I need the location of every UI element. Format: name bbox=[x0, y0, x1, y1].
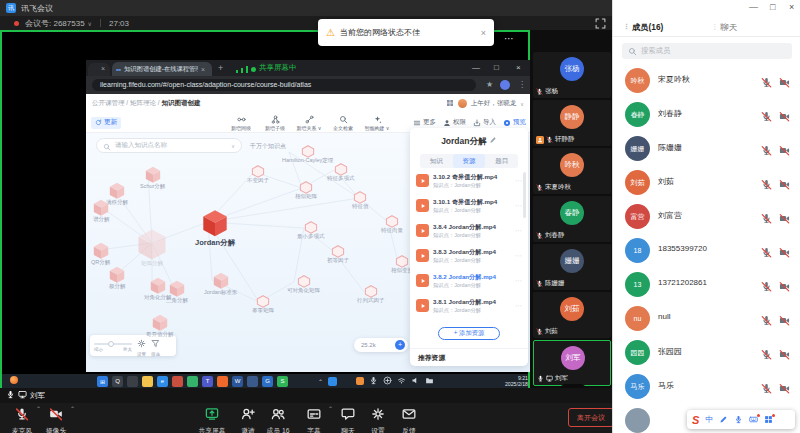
toolbar-people-button[interactable]: 成员 16 bbox=[258, 407, 298, 433]
mic-muted-icon[interactable] bbox=[761, 74, 772, 92]
toolbar-mail-button[interactable]: 反馈 bbox=[389, 407, 429, 433]
more-options-icon[interactable]: ⋯ bbox=[504, 33, 514, 44]
taskbar-icon-explorer[interactable] bbox=[142, 376, 153, 387]
taskbar-icon-teams[interactable]: T bbox=[202, 376, 213, 387]
graph-node[interactable]: 最小多项式 bbox=[297, 221, 325, 240]
camera-muted-icon[interactable] bbox=[779, 210, 790, 228]
video-tile-宋夏吟秋[interactable]: 吟秋宋夏吟秋 bbox=[533, 148, 611, 194]
camera-muted-icon[interactable] bbox=[779, 346, 790, 364]
graph-node[interactable]: 不变因子 bbox=[247, 165, 269, 184]
video-resource-item[interactable]: 3.8.4 Jordan分解.mp4知识点：Jordan分解⋯ bbox=[416, 218, 522, 243]
browser-profile-avatar[interactable] bbox=[500, 80, 510, 90]
graph-node[interactable]: 相似矩阵 bbox=[295, 181, 317, 200]
tray-expand-icon[interactable]: ⌃ bbox=[318, 378, 323, 385]
taskbar-clock[interactable]: 9:21 2025/2/18 bbox=[500, 375, 528, 387]
toolbar-child-button[interactable]: 新增子级 bbox=[262, 115, 288, 131]
toolbar-magic-button[interactable]: 智能构建 ∨ bbox=[364, 115, 390, 131]
mic-muted-icon[interactable] bbox=[761, 278, 772, 296]
mic-muted-icon[interactable] bbox=[761, 380, 772, 398]
video-tile-张杨[interactable]: 张杨张杨 bbox=[533, 52, 611, 98]
taskbar-icon-app-red[interactable] bbox=[172, 376, 183, 387]
video-tile-刘军[interactable]: 刘军刘军 bbox=[533, 340, 611, 386]
zoom-slider[interactable]: 缩小放大 bbox=[94, 340, 132, 352]
knowledge-search-box[interactable]: 请输入知识点名称 ∨ bbox=[96, 138, 242, 153]
tab-chat[interactable]: ⋮ 聊天 bbox=[711, 22, 737, 33]
taskbar-icon-widgets[interactable] bbox=[127, 376, 138, 387]
recommended-resources-footer[interactable]: 推荐资源 bbox=[410, 348, 528, 366]
item-more-icon[interactable]: ⋯ bbox=[515, 252, 522, 260]
taskbar-icon-firefox[interactable] bbox=[217, 376, 228, 387]
new-tab-button[interactable]: + bbox=[218, 63, 223, 73]
browser-menu-icon[interactable]: ⋮ bbox=[518, 80, 526, 89]
resource-tab-资源[interactable]: 资源 bbox=[453, 154, 486, 168]
member-row[interactable]: 1818355399720 bbox=[613, 234, 800, 268]
mic-muted-icon[interactable] bbox=[761, 210, 772, 228]
graph-node[interactable]: 行列式因子 bbox=[357, 285, 385, 304]
maximize-button[interactable]: □ bbox=[770, 2, 775, 12]
graph-node[interactable]: 幂零矩阵 bbox=[252, 295, 274, 314]
chevron-down-icon[interactable]: ∨ bbox=[88, 20, 92, 27]
graph-node[interactable]: 特征向量 bbox=[381, 215, 403, 234]
member-search-input[interactable]: 搜索成员 bbox=[622, 43, 792, 59]
meeting-number[interactable]: 会议号: 2687535 bbox=[25, 18, 85, 29]
tray-mic-icon[interactable] bbox=[369, 376, 378, 386]
close-button[interactable]: × bbox=[789, 2, 794, 12]
item-more-icon[interactable]: ⋯ bbox=[515, 202, 522, 210]
video-resource-item[interactable]: 3.8.1 Jordan分解.mp4知识点：Jordan分解⋯ bbox=[416, 293, 522, 318]
graph-node[interactable]: 特征值 bbox=[352, 191, 369, 210]
user-avatar[interactable] bbox=[458, 99, 467, 108]
refresh-button[interactable]: 更新 bbox=[91, 117, 121, 129]
taskbar-icon-meeting-app[interactable] bbox=[187, 376, 198, 387]
url-field[interactable]: ilearning.fifedu.com/#/open-class/adapti… bbox=[92, 79, 476, 91]
graph-node[interactable]: 三角分解 bbox=[166, 280, 188, 304]
tray-wifi-icon[interactable] bbox=[397, 376, 406, 386]
video-tile-轩静静[interactable]: 静静轩静静 bbox=[533, 100, 611, 146]
graph-node[interactable]: 特征多项式 bbox=[327, 163, 355, 182]
graph-node[interactable]: Schur分解 bbox=[140, 166, 165, 190]
taskbar-icon-word[interactable]: W bbox=[232, 376, 243, 387]
toolbar-权限-button[interactable]: 权限 bbox=[443, 118, 466, 127]
camera-options-caret[interactable]: ⌃ bbox=[70, 405, 75, 412]
member-row[interactable]: 姗姗陈姗姗 bbox=[613, 132, 800, 166]
zoom-slider-knob[interactable] bbox=[108, 341, 114, 347]
browser-tab-active[interactable]: ∞ 知识图谱创建-在线课程管理平 × bbox=[112, 62, 212, 76]
member-row[interactable]: 刘茹刘茹 bbox=[613, 166, 800, 200]
item-more-icon[interactable]: ⋯ bbox=[515, 277, 522, 285]
taskbar-icon-guard[interactable]: G bbox=[262, 376, 273, 387]
toolbar-search-button[interactable]: 全文检索 bbox=[330, 115, 356, 131]
add-resource-button[interactable]: + 添加资源 bbox=[438, 327, 500, 340]
graph-node[interactable]: Jordan分解 bbox=[195, 209, 235, 248]
resource-tab-知识[interactable]: 知识 bbox=[420, 154, 453, 168]
graph-node[interactable]: Hamilton-Cayley定理 bbox=[282, 145, 333, 164]
toolbar-sib-button[interactable]: 新增同级 bbox=[228, 115, 254, 131]
tray-ime-icon[interactable] bbox=[383, 376, 392, 386]
taskbar-icon-start[interactable]: ⊞ bbox=[97, 376, 108, 387]
ime-mic-icon[interactable] bbox=[734, 415, 743, 424]
ime-mode-icon[interactable]: 中 bbox=[705, 414, 713, 425]
browser-minimize-button[interactable]: — bbox=[472, 63, 480, 72]
toast-close-icon[interactable]: × bbox=[481, 28, 486, 38]
tray-speaker-icon[interactable] bbox=[411, 376, 420, 386]
member-row[interactable]: 1313721202861 bbox=[613, 268, 800, 302]
tab-close-icon[interactable]: × bbox=[201, 66, 205, 73]
leave-meeting-button[interactable]: 离开会议 bbox=[568, 408, 614, 427]
video-resource-item[interactable]: 3.10.1 奇异值分解.mp4知识点：Jordan分解⋯ bbox=[416, 193, 522, 218]
member-row[interactable]: 园园张园园 bbox=[613, 336, 800, 370]
mic-muted-icon[interactable] bbox=[761, 346, 772, 364]
ime-keyboard-icon[interactable] bbox=[749, 415, 758, 424]
browser-maximize-button[interactable]: □ bbox=[494, 63, 499, 72]
member-row[interactable]: 春静刘春静 bbox=[613, 98, 800, 132]
video-resource-item[interactable]: 3.8.3 Jordan分解.mp4知识点：Jordan分解⋯ bbox=[416, 243, 522, 268]
video-tile-刘春静[interactable]: 春静刘春静 bbox=[533, 196, 611, 242]
minimize-button[interactable]: — bbox=[749, 2, 758, 12]
camera-muted-icon[interactable] bbox=[779, 278, 790, 296]
toolbar-导入-button[interactable]: 导入 bbox=[473, 118, 496, 127]
toolbar-预览-button[interactable]: 预览 bbox=[503, 118, 526, 127]
resource-tab-题目[interactable]: 题目 bbox=[485, 154, 518, 168]
ime-pencil-icon[interactable] bbox=[719, 415, 728, 424]
ime-toolbar[interactable]: S中 bbox=[687, 410, 795, 429]
mic-muted-icon[interactable] bbox=[761, 176, 772, 194]
graph-node[interactable]: QR分解 bbox=[91, 242, 110, 266]
camera-muted-icon[interactable] bbox=[779, 380, 790, 398]
video-tile-陈姗姗[interactable]: 姗姗陈姗姗 bbox=[533, 244, 611, 290]
